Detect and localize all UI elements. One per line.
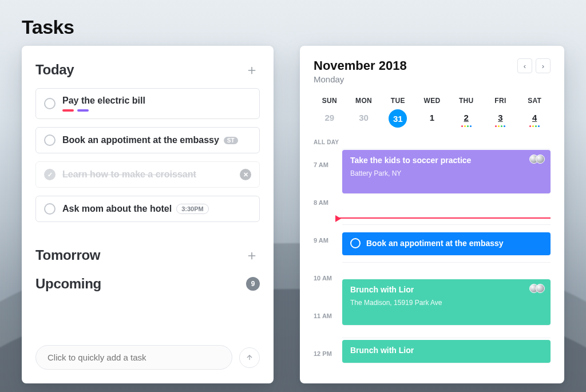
task-badge: ST [224, 137, 238, 144]
task-item-completed[interactable]: Learn how to make a croissant [35, 161, 260, 188]
all-day-label: ALL DAY [314, 139, 551, 145]
quick-add-submit-button[interactable] [239, 347, 260, 368]
section-header-upcoming[interactable]: Upcoming 9 [35, 276, 260, 292]
day-cell[interactable]: 31 [382, 113, 414, 128]
calendar-event[interactable]: Book an appotiment at the embassy [342, 232, 551, 255]
avatar [536, 284, 545, 293]
arrow-up-icon [246, 354, 254, 362]
plus-icon: ＋ [245, 61, 259, 79]
event-avatars [532, 155, 545, 164]
weekday-label: SAT [518, 97, 551, 105]
calendar-event[interactable]: Take the kids to soccer practiceBattery … [342, 150, 551, 193]
day-cell[interactable]: 1 [416, 113, 448, 122]
calendar-panel: November 2018 Monday ‹ › SUN MON TUE WED… [300, 46, 564, 383]
day-number-selected: 31 [389, 109, 407, 128]
event-dots [495, 125, 505, 128]
task-item[interactable]: Ask mom about the hotel 3:30PM [35, 196, 260, 222]
task-checkbox[interactable] [44, 98, 56, 109]
upcoming-count-badge: 9 [246, 277, 260, 291]
tag-red [62, 109, 74, 112]
task-text: Pay the electric bill [62, 96, 251, 106]
day-number: 2 [464, 113, 469, 122]
hour-label: 11 AM [314, 300, 342, 338]
daynum-row: 2930311234 [314, 113, 551, 128]
hour-label: 9 AM [314, 224, 342, 262]
event-title: Take the kids to soccer practice [350, 156, 471, 165]
section-title-tomorrow: Tomorrow [35, 247, 100, 263]
day-number: 1 [430, 113, 434, 122]
weekday-label: THU [450, 97, 482, 105]
section-title-upcoming: Upcoming [35, 276, 101, 292]
page-title: Tasks [22, 16, 74, 38]
add-task-today-button[interactable]: ＋ [244, 62, 260, 78]
weekday-label: WED [416, 97, 448, 105]
plus-icon: ＋ [245, 246, 259, 264]
weekday-label: FRI [485, 97, 517, 105]
task-checkbox-checked[interactable] [44, 169, 56, 180]
task-time-pill: 3:30PM [176, 204, 209, 214]
add-task-tomorrow-button[interactable]: ＋ [244, 247, 260, 263]
event-dots [461, 125, 472, 128]
section-title-today: Today [35, 62, 74, 78]
task-tags [62, 109, 251, 112]
event-checkbox[interactable] [350, 238, 361, 248]
section-header-today: Today ＋ [35, 62, 260, 78]
day-number: 4 [532, 113, 537, 122]
hour-label: 7 AM [314, 149, 342, 187]
day-number: 29 [325, 113, 335, 122]
day-cell[interactable]: 29 [314, 113, 346, 122]
hour-label: 10 AM [314, 262, 342, 300]
current-time-indicator [336, 217, 551, 219]
schedule-grid: 7 AM8 AM9 AM10 AM11 AM12 PMTake the kids… [314, 149, 551, 375]
calendar-event[interactable]: Brunch with Lior [342, 340, 551, 363]
quick-add-row [35, 345, 260, 370]
avatar [536, 155, 545, 164]
task-checkbox[interactable] [44, 134, 56, 146]
weekday-label: TUE [382, 97, 414, 105]
day-cell[interactable]: 30 [348, 113, 380, 122]
weekday-row: SUN MON TUE WED THU FRI SAT [314, 97, 551, 105]
weekday-label: SUN [314, 97, 346, 105]
task-text: Ask mom about the hotel [62, 204, 172, 214]
calendar-next-button[interactable]: › [536, 58, 551, 73]
day-cell[interactable]: 3 [485, 113, 517, 128]
task-item[interactable]: Book an appotiment at the embassy ST [35, 127, 260, 153]
tasks-panel: Today ＋ Pay the electric bill Book an ap… [22, 46, 274, 383]
tag-purple [77, 109, 89, 112]
delete-task-button[interactable] [240, 169, 251, 180]
chevron-right-icon: › [542, 62, 544, 70]
day-number: 30 [359, 113, 369, 122]
task-text: Learn how to make a croissant [62, 169, 233, 180]
calendar-event[interactable]: Brunch with LiorThe Madison, 15919 Park … [342, 279, 551, 325]
day-number: 3 [498, 113, 502, 122]
task-checkbox[interactable] [44, 203, 56, 215]
hour-label: 12 PM [314, 338, 342, 375]
event-title: Book an appotiment at the embassy [366, 239, 504, 248]
task-text: Book an appotiment at the embassy [62, 135, 219, 145]
chevron-left-icon: ‹ [524, 62, 526, 70]
quick-add-input[interactable] [35, 345, 232, 370]
event-subtitle: The Madison, 15919 Park Ave [350, 299, 543, 307]
day-cell[interactable]: 2 [450, 113, 482, 128]
calendar-subtitle: Monday [314, 74, 407, 84]
section-header-tomorrow: Tomorrow ＋ [35, 247, 260, 263]
event-title: Brunch with Lior [350, 346, 414, 355]
event-subtitle: Battery Park, NY [350, 169, 543, 177]
event-avatars [532, 284, 545, 293]
event-title: Brunch with Lior [350, 285, 414, 294]
task-item[interactable]: Pay the electric bill [35, 88, 260, 119]
weekday-label: MON [348, 97, 380, 105]
day-cell[interactable]: 4 [518, 113, 551, 128]
calendar-prev-button[interactable]: ‹ [517, 58, 532, 73]
event-dots [529, 125, 540, 128]
calendar-title: November 2018 [314, 58, 407, 73]
